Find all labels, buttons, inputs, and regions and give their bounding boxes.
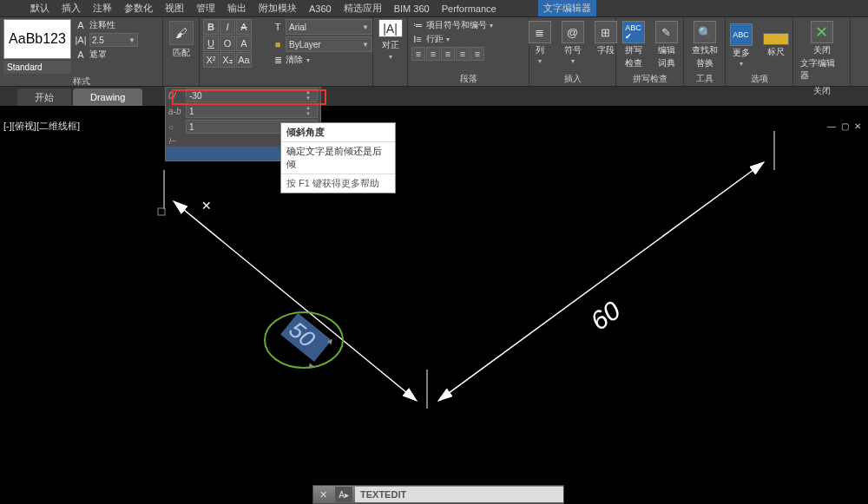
linespace-icon: I≡ — [411, 33, 424, 45]
clear-icon: ≣ — [272, 54, 284, 66]
mask-label[interactable]: 遮罩 — [89, 49, 107, 61]
menu-insert[interactable]: 插入 — [62, 2, 81, 15]
justify-button[interactable]: |A| 对正 ▾ — [377, 19, 404, 61]
linespace-button[interactable]: 行距 — [426, 33, 444, 45]
menu-default[interactable]: 默认 — [30, 2, 49, 15]
clear-fmt-button[interactable]: 清除 — [286, 54, 303, 66]
ruler-icon — [763, 33, 789, 45]
italic-button[interactable]: I — [220, 19, 235, 35]
tooltip-desc: 确定文字是前倾还是后倾 — [281, 141, 395, 173]
ruler-button[interactable]: 标尺 — [760, 31, 792, 60]
underline-button[interactable]: U — [203, 36, 219, 51]
command-bar[interactable]: ✕ A▸ TEXTEDIT — [312, 485, 564, 504]
findreplace-button[interactable]: 🔍查找和替换 — [688, 19, 721, 71]
dimension-60-text[interactable]: 60 — [585, 295, 626, 335]
align-left-button[interactable]: ≡ — [411, 47, 425, 61]
format-grid: B I A U O A X² X₂ Aa — [203, 19, 268, 68]
case-button[interactable]: A — [236, 36, 252, 51]
text-grip[interactable] — [158, 208, 165, 215]
close-icon: ✕ — [811, 21, 833, 43]
panel-close-label: 关闭 — [797, 83, 846, 97]
menu-view[interactable]: 视图 — [165, 2, 184, 15]
panel-style-label: 样式 — [3, 74, 159, 88]
menu-parametric[interactable]: 参数化 — [124, 2, 153, 15]
columns-icon: ≣ — [529, 21, 551, 43]
drawing-canvas[interactable]: 60 50 ▲ ▼ ✕ — [0, 106, 868, 488]
menu-addins[interactable]: 附加模块 — [259, 2, 297, 15]
svg-line-2 — [174, 201, 417, 401]
oblique-angle-input[interactable]: -30▲▼ — [186, 88, 318, 102]
annotative-label: 注释性 — [89, 19, 115, 31]
menu-a360[interactable]: A360 — [309, 3, 332, 14]
match-icon: 🖌 — [169, 21, 194, 45]
text-height-dropdown[interactable]: 2.5▼ — [89, 33, 138, 47]
font-icon: T — [272, 21, 284, 33]
symbol-button[interactable]: @符号▾ — [558, 19, 588, 67]
panel-spell-label: 拼写检查 — [620, 71, 680, 85]
align-dist-button[interactable]: ≡ — [470, 47, 484, 61]
oblique-tooltip: 倾斜角度 确定文字是前倾还是后倾 按 F1 键获得更多帮助 — [280, 122, 396, 193]
bullets-icon: ≔ — [411, 19, 424, 31]
align-center-button[interactable]: ≡ — [426, 47, 440, 61]
color-icon: ■ — [272, 38, 284, 50]
svg-line-4 — [438, 162, 764, 401]
panel-tools-label: 工具 — [687, 71, 721, 85]
bullets-button[interactable]: 项目符号和编号 — [426, 19, 487, 31]
menu-manage[interactable]: 管理 — [196, 2, 215, 15]
widthfactor-icon: ○ — [168, 122, 182, 132]
text-style-name[interactable]: Standard — [3, 61, 71, 74]
superscript-button[interactable]: X² — [203, 52, 219, 68]
menu-performance[interactable]: Performance — [442, 3, 496, 14]
stack-icon: ⊢ — [168, 136, 182, 146]
text-cursor-x: ✕ — [201, 199, 212, 213]
cmd-close-icon[interactable]: ✕ — [313, 489, 332, 501]
justify-icon: |A| — [378, 19, 403, 37]
overline-button[interactable]: O — [220, 36, 235, 51]
tooltip-help: 按 F1 键获得更多帮助 — [281, 173, 395, 193]
align-right-button[interactable]: ≡ — [441, 47, 455, 61]
command-input[interactable]: TEXTEDIT — [355, 487, 563, 502]
panel-paragraph-label: 段落 — [411, 71, 525, 85]
more-button[interactable]: ABC更多▾ — [727, 22, 756, 69]
menu-texteditor[interactable]: 文字编辑器 — [538, 0, 596, 16]
oblique-angle-icon: 0/ — [168, 91, 182, 101]
tracking-input[interactable]: 1▲▼ — [186, 104, 318, 118]
height-icon: |A| — [75, 34, 87, 46]
tracking-icon: a-b — [168, 107, 182, 116]
text-style-preview[interactable]: AaBb123 — [3, 19, 71, 59]
tab-start[interactable]: 开始 — [17, 88, 71, 106]
spellcheck-icon: ABC✔ — [622, 21, 645, 43]
panel-insert-label: 插入 — [533, 71, 612, 85]
menu-bar: 默认 插入 注释 参数化 视图 管理 输出 附加模块 A360 精选应用 BIM… — [0, 0, 868, 17]
file-tabs: 开始 Drawing — [0, 87, 868, 106]
more-icon: ABC — [730, 23, 753, 46]
cmd-prompt-icon[interactable]: A▸ — [335, 487, 352, 502]
strike-button[interactable]: A — [236, 19, 252, 35]
tab-drawing[interactable]: Drawing — [73, 88, 142, 106]
svg-text:▼: ▼ — [304, 360, 317, 373]
dictionary-button[interactable]: ✎编辑词典 — [652, 19, 681, 71]
subscript-button[interactable]: X₂ — [220, 52, 235, 68]
bold-button[interactable]: B — [203, 19, 219, 35]
menu-annotate[interactable]: 注释 — [93, 2, 112, 15]
menu-featured[interactable]: 精选应用 — [344, 2, 382, 15]
font-name-dropdown[interactable]: Arial▼ — [286, 19, 372, 35]
tooltip-title: 倾斜角度 — [281, 123, 395, 141]
menu-output[interactable]: 输出 — [227, 2, 247, 15]
annotative-icon: A — [75, 19, 87, 31]
color-dropdown[interactable]: ByLayer▼ — [286, 36, 372, 52]
panel-options-label: 选项 — [729, 71, 789, 85]
dictionary-icon: ✎ — [655, 21, 678, 43]
find-icon: 🔍 — [694, 21, 716, 43]
spellcheck-button[interactable]: ABC✔拼写检查 — [619, 19, 648, 71]
menu-bim360[interactable]: BIM 360 — [394, 3, 430, 14]
close-editor-button[interactable]: ✕关闭文字编辑器 — [797, 19, 846, 83]
symbol-icon: @ — [562, 21, 584, 43]
columns-button[interactable]: ≣列▾ — [525, 19, 555, 67]
ribbon: AaBb123 Standard A注释性 |A|2.5▼ A遮罩 样式 🖌 匹… — [0, 17, 868, 87]
match-button[interactable]: 🖌 匹配 — [167, 19, 195, 61]
changecase-button[interactable]: Aa — [236, 52, 252, 68]
field-icon: ⊞ — [595, 21, 617, 43]
mask-icon: A — [75, 49, 87, 61]
align-justify-button[interactable]: ≡ — [456, 47, 470, 61]
